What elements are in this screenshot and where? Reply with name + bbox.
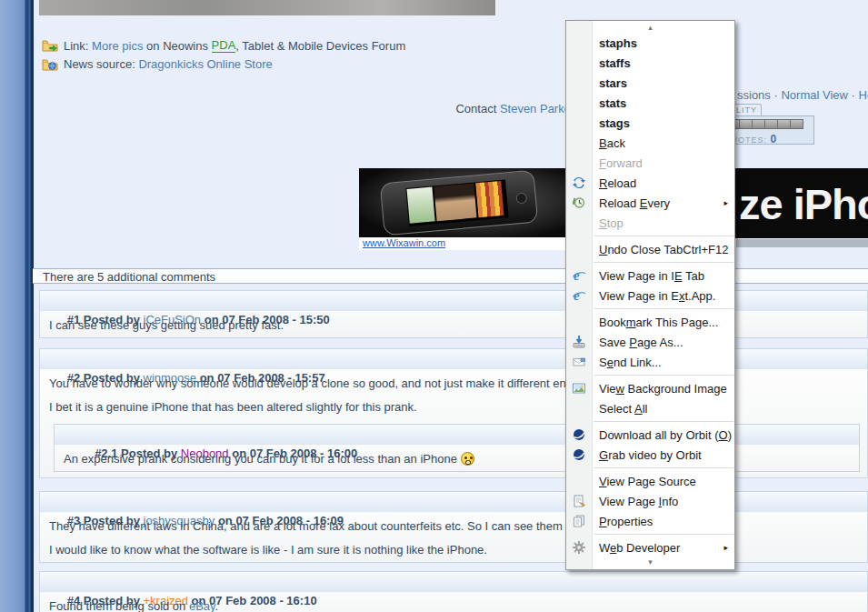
orbit-downloader-icon xyxy=(572,427,586,442)
comment-header: #4 Posted by +kraized on 07 Feb 2008 - 1… xyxy=(40,572,867,592)
link-tail-text: , Tablet & Mobile Devices Forum xyxy=(235,39,405,53)
save-page-icon xyxy=(572,335,586,349)
comment-block-1: #1 Posted by iCeFuSiOn on 07 Feb 2008 - … xyxy=(39,290,868,338)
votes-label: VOTES: xyxy=(732,135,771,145)
menu-item-forward[interactable]: Forward xyxy=(566,153,734,173)
album-art-face xyxy=(434,184,476,222)
ebay-link[interactable]: eBay xyxy=(189,599,215,612)
album-art xyxy=(406,187,434,224)
news-source-link[interactable]: Dragonkicks Online Store xyxy=(138,57,272,71)
comment-paragraph: I would like to know what the software i… xyxy=(49,543,867,557)
menu-item-download-all-by-orbit[interactable]: Download all by Orbit (O) xyxy=(566,425,734,445)
reload-icon xyxy=(572,176,586,190)
left-sidebar-strip xyxy=(0,0,34,612)
rating-segment[interactable] xyxy=(764,119,778,129)
comment-body: They have different laws in China, and a… xyxy=(40,512,867,562)
menu-item-suggestion-stags[interactable]: stags xyxy=(566,113,734,133)
menu-item-save-page-as[interactable]: Save Page As... xyxy=(566,332,734,352)
discussions-link-fragment[interactable]: ssions xyxy=(737,88,771,102)
comment-block-2: #2 Posted by winmoose on 07 Feb 2008 - 1… xyxy=(39,348,868,478)
article-link-row: Link: More pics on Neowins PDA , Tablet … xyxy=(42,38,405,53)
comment-header: #3 Posted by joshysquashy on 07 Feb 2008… xyxy=(40,492,867,512)
comment-paragraph: I bet it is a genuine iPhone that has be… xyxy=(49,400,867,414)
menu-item-view-background-image[interactable]: View Background Image xyxy=(566,378,734,398)
internet-explorer-icon: e xyxy=(572,288,586,303)
menu-item-view-page-source[interactable]: View Page Source xyxy=(566,471,734,491)
menu-item-web-developer[interactable]: Web Developer ▸ xyxy=(566,537,734,557)
comment-paragraph: Found them being sold on eBay. xyxy=(49,599,867,612)
additional-comments-bar: There are 5 additional comments xyxy=(33,268,868,284)
rating-segment[interactable] xyxy=(739,119,753,129)
normal-view-link[interactable]: Normal View xyxy=(781,88,847,102)
rating-segments xyxy=(726,119,803,129)
rating-segment[interactable] xyxy=(790,119,803,129)
menu-item-undo-close-tab[interactable]: Undo Close TabCtrl+F12 xyxy=(566,239,734,259)
menu-item-reload[interactable]: Reload xyxy=(566,173,734,193)
comment-header: #1 Posted by iCeFuSiOn on 07 Feb 2008 - … xyxy=(40,291,867,311)
menu-item-stop[interactable]: Stop xyxy=(566,213,734,233)
comment-paragraph: I can see these guys getting sued pretty… xyxy=(49,318,867,332)
background-image-icon xyxy=(572,381,586,396)
menu-item-reload-every[interactable]: Reload Every ▸ xyxy=(566,193,734,213)
banner-headline-fragment: ze iPho xyxy=(739,179,868,229)
context-menu: ▴ staphs staffs stars stats stags Back F… xyxy=(565,20,735,570)
menu-scroll-up-arrow[interactable]: ▴ xyxy=(566,23,734,33)
comment-paragraph: They have different laws in China, and a… xyxy=(49,519,867,533)
menu-item-view-page-in-ext-app[interactable]: e View Page in Ext.App. xyxy=(566,286,734,306)
comment-header: #2.1 Posted by Neobond on 07 Feb 2008 - … xyxy=(55,425,859,445)
submenu-arrow-icon: ▸ xyxy=(723,543,728,552)
news-source-row: News source: Dragonkicks Online Store xyxy=(42,57,273,71)
internet-explorer-icon: e xyxy=(572,268,586,283)
menu-separator xyxy=(594,421,733,422)
orbit-downloader-icon xyxy=(572,447,586,462)
shortcut-label: Ctrl+F12 xyxy=(683,243,741,256)
wacko-emoticon xyxy=(461,452,474,466)
comment-block-3: #3 Posted by joshysquashy on 07 Feb 2008… xyxy=(39,491,868,563)
comment-block-4: #4 Posted by +kraized on 07 Feb 2008 - 1… xyxy=(39,571,868,612)
menu-item-view-page-info[interactable]: View Page Info xyxy=(566,491,734,511)
contact-line: Contact Steven Parker xyxy=(443,88,574,129)
contact-author-link[interactable]: Steven Parker xyxy=(500,102,574,115)
menu-item-suggestion-staffs[interactable]: staffs xyxy=(566,53,734,73)
wixawin-url-link[interactable]: www.Wixawin.com xyxy=(363,237,445,248)
pda-ad-link[interactable]: PDA xyxy=(212,38,236,53)
banner-caption-strip: www.Wixawin.com xyxy=(359,237,565,250)
menu-item-suggestion-stars[interactable]: stars xyxy=(566,73,734,93)
menu-separator xyxy=(594,236,733,236)
menu-separator xyxy=(594,467,733,468)
comment-paragraph: You have to wonder why someone would dev… xyxy=(49,376,867,390)
menu-separator xyxy=(594,262,733,263)
folder-link-icon xyxy=(42,39,58,52)
menu-item-properties[interactable]: Properties xyxy=(566,511,734,531)
menu-item-select-all[interactable]: Select All xyxy=(566,398,734,418)
rating-segment[interactable] xyxy=(777,119,791,129)
link-label: Link: xyxy=(64,39,88,53)
menu-scroll-down-arrow[interactable]: ▾ xyxy=(566,557,734,567)
iphone-screen-coverflow xyxy=(405,179,508,226)
page: Link: More pics on Neowins PDA , Tablet … xyxy=(0,0,868,612)
menu-item-suggestion-stats[interactable]: stats xyxy=(566,93,734,113)
votes-line: VOTES: 0 xyxy=(732,130,776,146)
menu-item-suggestion-staphs[interactable]: staphs xyxy=(566,33,734,53)
view-options-fragment: ssions · Normal View · Hea xyxy=(737,88,868,102)
banner-bottom-strip xyxy=(736,239,868,247)
page-info-icon xyxy=(572,494,586,508)
menu-item-view-page-in-ie-tab[interactable]: e View Page in IE Tab xyxy=(566,266,734,286)
menu-item-grab-video-by-orbit[interactable]: Grab video by Orbit xyxy=(566,445,734,465)
more-pics-link[interactable]: More pics xyxy=(92,39,143,53)
menu-item-send-link[interactable]: Send Link... xyxy=(566,352,734,372)
folder-globe-icon xyxy=(42,58,58,71)
menu-item-back[interactable]: Back xyxy=(566,133,734,153)
comment-paragraph: An expensive prank considering you can b… xyxy=(64,452,859,466)
send-link-envelope-icon xyxy=(572,355,586,369)
headlines-view-link-fragment[interactable]: Hea xyxy=(859,88,868,102)
menu-separator xyxy=(594,375,733,376)
submenu-arrow-icon: ▸ xyxy=(723,198,728,207)
menu-item-bookmark-this-page[interactable]: Bookmark This Page... xyxy=(566,312,734,332)
menu-separator xyxy=(594,534,733,535)
votes-count: 0 xyxy=(771,133,777,145)
album-art xyxy=(475,181,504,217)
news-source-label: News source: xyxy=(64,57,135,71)
contact-label: Contact xyxy=(455,102,499,115)
rating-segment[interactable] xyxy=(752,119,765,129)
